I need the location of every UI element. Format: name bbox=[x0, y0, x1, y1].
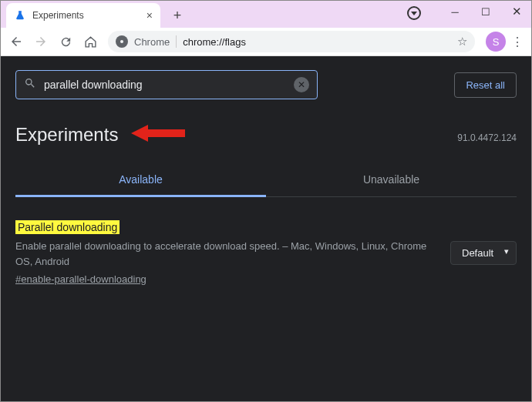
maximize-button[interactable]: ☐ bbox=[470, 0, 501, 23]
browser-menu-button[interactable]: ⋮ bbox=[507, 35, 527, 49]
browser-tab[interactable]: Experiments × bbox=[6, 3, 160, 28]
address-bar[interactable]: Chrome chrome://flags ☆ bbox=[108, 31, 475, 52]
account-indicator-icon[interactable] bbox=[407, 6, 421, 20]
new-tab-button[interactable]: + bbox=[167, 5, 188, 26]
reload-button[interactable] bbox=[54, 30, 77, 53]
omnibox-scheme: Chrome bbox=[134, 36, 170, 48]
flag-state-select[interactable]: Default bbox=[450, 241, 517, 265]
profile-avatar[interactable]: S bbox=[486, 32, 506, 52]
flags-search-box[interactable]: ✕ bbox=[15, 70, 318, 99]
reset-all-button[interactable]: Reset all bbox=[454, 72, 517, 98]
tab-unavailable[interactable]: Unavailable bbox=[266, 164, 517, 196]
flags-tabs: Available Unavailable bbox=[15, 164, 517, 197]
flag-anchor-link[interactable]: #enable-parallel-downloading bbox=[15, 273, 146, 285]
page-content: ✕ Reset all Experiments 91.0.4472.124 Av… bbox=[0, 56, 532, 402]
minimize-button[interactable]: ─ bbox=[439, 0, 470, 23]
tab-close-icon[interactable]: × bbox=[146, 9, 153, 22]
forward-button[interactable] bbox=[29, 30, 52, 53]
chrome-version: 91.0.4472.124 bbox=[457, 132, 517, 143]
tab-title: Experiments bbox=[32, 10, 140, 21]
flask-icon bbox=[14, 9, 26, 22]
window-titlebar: Experiments × + ─ ☐ ✕ bbox=[0, 0, 532, 28]
window-controls: ─ ☐ ✕ bbox=[439, 0, 532, 23]
tab-available[interactable]: Available bbox=[15, 164, 266, 197]
svg-point-1 bbox=[120, 40, 123, 43]
back-button[interactable] bbox=[5, 30, 28, 53]
flags-search-input[interactable] bbox=[44, 79, 286, 91]
omnibox-url: chrome://flags bbox=[183, 36, 451, 48]
flag-description: Enable parallel downloading to accelerat… bbox=[15, 239, 427, 269]
bookmark-star-icon[interactable]: ☆ bbox=[457, 35, 467, 49]
flag-title: Parallel downloading bbox=[15, 220, 120, 234]
home-button[interactable] bbox=[79, 30, 102, 53]
browser-toolbar: Chrome chrome://flags ☆ S ⋮ bbox=[0, 28, 532, 56]
clear-search-icon[interactable]: ✕ bbox=[294, 77, 309, 92]
flag-row: Parallel downloading Enable parallel dow… bbox=[15, 220, 517, 286]
close-window-button[interactable]: ✕ bbox=[501, 0, 532, 23]
omnibox-separator bbox=[176, 35, 177, 48]
page-title: Experiments bbox=[15, 124, 118, 146]
chrome-icon bbox=[116, 35, 128, 48]
search-icon bbox=[24, 77, 36, 92]
